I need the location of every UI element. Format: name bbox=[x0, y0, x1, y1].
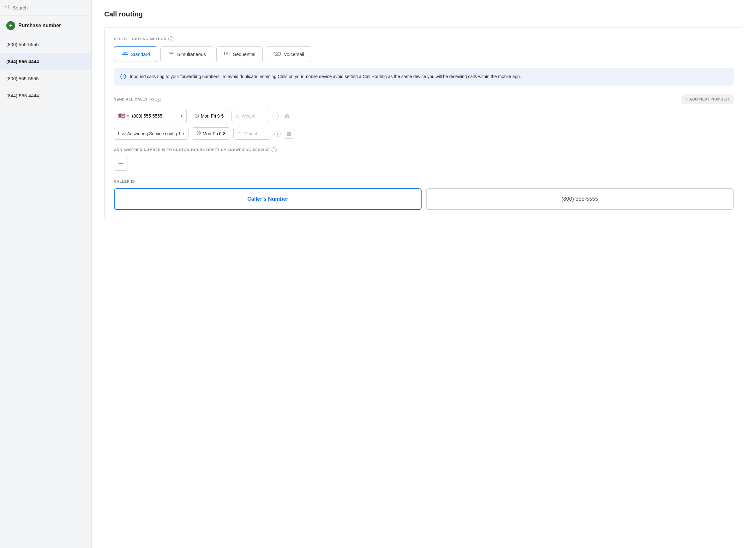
svg-rect-10 bbox=[229, 52, 230, 55]
sidebar-phone-item-0[interactable]: (800) 555-5555 bbox=[0, 36, 91, 53]
add-another-label: ADD ANOTHER NUMBER WITH CUSTOM HOURS ORS… bbox=[114, 147, 734, 152]
standard-icon bbox=[121, 51, 128, 58]
hours-text-1: Mon-Fri 9-5 bbox=[201, 113, 224, 118]
svg-text:i: i bbox=[123, 75, 124, 78]
add-another-section: ADD ANOTHER NUMBER WITH CUSTOM HOURS ORS… bbox=[114, 147, 734, 171]
search-input[interactable] bbox=[13, 5, 86, 10]
service-select-chevron-2: ▾ bbox=[183, 131, 184, 136]
svg-line-1 bbox=[9, 8, 10, 9]
phone-select-1[interactable]: 🇺🇸 ▾ (800) 555-5555 ▾ bbox=[114, 109, 187, 123]
svg-rect-7 bbox=[224, 52, 225, 55]
delete-row-2-button[interactable] bbox=[284, 129, 294, 139]
add-another-info-icon[interactable]: i bbox=[272, 147, 277, 152]
svg-point-12 bbox=[278, 52, 281, 55]
row-info-icon-2[interactable]: i bbox=[274, 130, 281, 137]
main-content: Call routing SELECT ROUTING METHOD i Sta… bbox=[92, 0, 756, 548]
svg-point-11 bbox=[274, 52, 277, 55]
caller-id-options: Caller's Number (800) 555-5555 bbox=[114, 188, 734, 210]
routing-btn-voicemail-label: Voicemail bbox=[284, 51, 304, 57]
purchase-number-label: Purchase number bbox=[18, 23, 61, 28]
hours-select-1[interactable]: Mon-Fri 9-5 bbox=[190, 110, 228, 122]
country-code-chevron-1: ▾ bbox=[127, 114, 129, 118]
call-routing-card: SELECT ROUTING METHOD i Standard bbox=[104, 27, 743, 219]
search-bar bbox=[0, 0, 91, 15]
flag-icon-1: 🇺🇸 bbox=[118, 112, 125, 119]
caller-id-btn-callers-number[interactable]: Caller's Number bbox=[114, 188, 422, 210]
voicemail-icon bbox=[273, 51, 281, 58]
routing-method-label: SELECT ROUTING METHOD i bbox=[114, 36, 734, 41]
send-calls-label: SEND ALL CALLS TO i bbox=[114, 97, 161, 102]
scale-icon-1: ⚖ bbox=[236, 113, 240, 118]
search-icon bbox=[5, 4, 10, 11]
service-name-2: Live Answering Service config 1 bbox=[118, 131, 181, 136]
hours-text-2: Mon-Fri 6-8 bbox=[203, 131, 225, 136]
add-another-button[interactable] bbox=[114, 157, 128, 171]
routing-btn-standard-label: Standard bbox=[131, 51, 150, 57]
svg-rect-8 bbox=[226, 52, 227, 55]
scale-icon-2: ⚖ bbox=[237, 131, 242, 136]
sidebar-phone-item-3[interactable]: (844)-555-4444 bbox=[0, 87, 91, 104]
row-info-icon-1[interactable]: i bbox=[273, 113, 279, 119]
weight-input-1[interactable]: ⚖ Weight bbox=[231, 110, 269, 122]
add-next-number-button[interactable]: + ADD NEXT NUMBER bbox=[681, 94, 734, 104]
forwarding-row-1: 🇺🇸 ▾ (800) 555-5555 ▾ Mon-Fri 9-5 ⚖ Weig… bbox=[114, 109, 734, 123]
caller-id-btn-phone-number[interactable]: (800) 555-5555 bbox=[426, 188, 734, 210]
hours-select-2[interactable]: Mon-Fri 6-8 bbox=[192, 127, 230, 140]
info-banner: i Inbound calls ring to your forwarding … bbox=[114, 68, 734, 86]
routing-btn-simultaneous-label: Simultaneous bbox=[177, 51, 206, 57]
routing-methods-group: Standard Simultaneous bbox=[114, 46, 734, 62]
info-banner-icon: i bbox=[120, 74, 126, 81]
sidebar: + Purchase number (800) 555-5555(844)-55… bbox=[0, 0, 92, 548]
simultaneous-icon bbox=[168, 51, 175, 58]
svg-rect-9 bbox=[227, 52, 228, 55]
svg-line-26 bbox=[199, 133, 200, 134]
clock-icon-1 bbox=[195, 113, 199, 119]
phone-select-chevron-1: ▾ bbox=[181, 114, 183, 118]
svg-rect-19 bbox=[285, 115, 289, 118]
routing-btn-standard[interactable]: Standard bbox=[114, 46, 157, 62]
routing-btn-simultaneous[interactable]: Simultaneous bbox=[160, 46, 213, 62]
sequential-icon bbox=[224, 51, 231, 58]
purchase-number-button[interactable]: + Purchase number bbox=[0, 15, 91, 36]
forwarding-row-2: Live Answering Service config 1 ▾ Mon-Fr… bbox=[114, 127, 734, 140]
info-banner-text: Inbound calls ring to your forwarding nu… bbox=[130, 73, 521, 80]
service-select-2[interactable]: Live Answering Service config 1 ▾ bbox=[114, 128, 189, 140]
sidebar-phone-item-2[interactable]: (800) 555-5555 bbox=[0, 70, 91, 87]
phone-number-1: (800) 555-5555 bbox=[132, 113, 162, 118]
caller-id-label: CALLER ID bbox=[114, 179, 734, 183]
page-title: Call routing bbox=[104, 10, 743, 18]
sidebar-phone-item-1[interactable]: (844)-555-4444 bbox=[0, 53, 91, 70]
phone-number-list: (800) 555-5555(844)-555-4444(800) 555-55… bbox=[0, 36, 91, 104]
svg-line-18 bbox=[197, 116, 198, 116]
add-next-number-label: + ADD NEXT NUMBER bbox=[686, 97, 729, 101]
svg-rect-27 bbox=[287, 133, 291, 135]
routing-btn-voicemail[interactable]: Voicemail bbox=[266, 46, 311, 62]
send-calls-header: SEND ALL CALLS TO i + ADD NEXT NUMBER bbox=[114, 94, 734, 104]
weight-placeholder-1: Weight bbox=[242, 113, 255, 118]
weight-placeholder-2: Weight bbox=[243, 131, 257, 136]
delete-row-1-button[interactable] bbox=[282, 111, 292, 121]
routing-info-icon[interactable]: i bbox=[168, 36, 173, 41]
send-calls-info-icon[interactable]: i bbox=[156, 97, 161, 102]
weight-input-2[interactable]: ⚖ Weight bbox=[233, 128, 271, 140]
add-icon: + bbox=[6, 21, 15, 30]
routing-btn-sequential[interactable]: Sequential bbox=[216, 46, 263, 62]
caller-id-section: CALLER ID Caller's Number (800) 555-5555 bbox=[114, 179, 734, 210]
clock-icon-2 bbox=[196, 131, 201, 136]
routing-btn-sequential-label: Sequential bbox=[233, 51, 255, 57]
